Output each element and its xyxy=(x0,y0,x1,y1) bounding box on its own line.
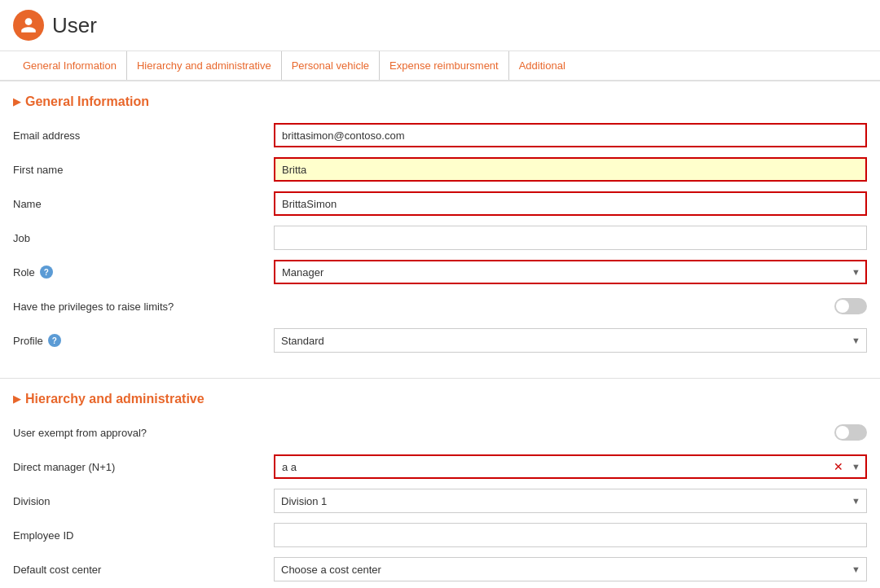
row-email: Email address xyxy=(13,122,867,148)
label-profile: Profile ? xyxy=(13,334,274,347)
label-firstname: First name xyxy=(13,164,274,176)
manager-input-wrap: ✕ ▼ xyxy=(274,454,867,479)
label-exempt: User exempt from approval? xyxy=(13,427,274,439)
name-input[interactable] xyxy=(274,191,867,216)
employee-id-field-wrap xyxy=(274,523,867,547)
division-field-wrap: Division 1 Division 2 Division 3 ▼ xyxy=(274,489,867,513)
hierarchy-arrow-icon: ▶ xyxy=(13,393,20,405)
toggle-track xyxy=(834,298,867,314)
name-field-wrap xyxy=(274,191,867,216)
division-select[interactable]: Division 1 Division 2 Division 3 xyxy=(274,489,867,513)
manager-field-wrap: ✕ ▼ xyxy=(274,454,867,479)
job-input[interactable] xyxy=(274,226,867,250)
section-general: ▶ General Information Email address Firs… xyxy=(0,81,880,379)
privileges-toggle-wrap xyxy=(274,298,867,314)
exempt-toggle[interactable] xyxy=(834,424,867,441)
exempt-toggle-wrap xyxy=(274,424,867,441)
label-employee-id: Employee ID xyxy=(13,529,274,542)
firstname-field-wrap xyxy=(274,157,867,182)
row-manager: Direct manager (N+1) ✕ ▼ xyxy=(13,454,867,480)
profile-help-icon[interactable]: ? xyxy=(48,334,61,347)
label-division: Division xyxy=(13,495,274,507)
profile-select[interactable]: Standard Premium xyxy=(274,328,867,353)
row-cost-center: Default cost center Choose a cost center… xyxy=(13,556,867,582)
nav-tabs: General Information Hierarchy and admini… xyxy=(0,51,880,81)
manager-input[interactable] xyxy=(275,457,830,477)
tab-personal-vehicle[interactable]: Personal vehicle xyxy=(282,51,380,80)
toggle-thumb xyxy=(836,300,849,313)
email-input[interactable] xyxy=(274,123,867,147)
cost-center-select[interactable]: Choose a cost center xyxy=(274,557,867,581)
row-name: Name xyxy=(13,191,867,217)
tab-hierarchy[interactable]: Hierarchy and administrative xyxy=(127,51,282,80)
profile-field-wrap: Standard Premium ▼ xyxy=(274,328,867,353)
page-header: User xyxy=(0,0,880,51)
section-arrow-icon: ▶ xyxy=(13,96,20,108)
manager-chevron-icon: ▼ xyxy=(847,462,865,472)
section-general-title: ▶ General Information xyxy=(13,94,867,109)
row-role: Role ? Manager Employee Admin ▼ xyxy=(13,259,867,285)
role-field-wrap: Manager Employee Admin ▼ xyxy=(274,260,867,284)
row-employee-id: Employee ID xyxy=(13,522,867,548)
cost-center-select-wrap: Choose a cost center ▼ xyxy=(274,557,867,581)
section-hierarchy: ▶ Hierarchy and administrative User exem… xyxy=(0,379,880,588)
user-avatar-icon xyxy=(13,10,44,41)
page-title: User xyxy=(52,13,97,38)
manager-clear-icon[interactable]: ✕ xyxy=(830,460,847,473)
row-profile: Profile ? Standard Premium ▼ xyxy=(13,327,867,353)
label-job: Job xyxy=(13,232,274,244)
label-name: Name xyxy=(13,198,274,210)
job-field-wrap xyxy=(274,226,867,250)
label-cost-center: Default cost center xyxy=(13,564,274,576)
section-hierarchy-title: ▶ Hierarchy and administrative xyxy=(13,392,867,406)
division-select-wrap: Division 1 Division 2 Division 3 ▼ xyxy=(274,489,867,513)
employee-id-input[interactable] xyxy=(274,523,867,547)
role-help-icon[interactable]: ? xyxy=(40,265,53,279)
label-manager: Direct manager (N+1) xyxy=(13,461,274,473)
exempt-toggle-thumb xyxy=(836,426,849,439)
firstname-input[interactable] xyxy=(274,157,867,182)
main-content: ▶ General Information Email address Firs… xyxy=(0,81,880,588)
role-select[interactable]: Manager Employee Admin xyxy=(274,260,867,284)
email-field-wrap xyxy=(274,123,867,147)
privileges-toggle[interactable] xyxy=(834,298,867,314)
row-job: Job xyxy=(13,225,867,251)
tab-general[interactable]: General Information xyxy=(13,51,127,80)
tab-expense[interactable]: Expense reimbursment xyxy=(380,51,509,80)
exempt-toggle-track xyxy=(834,424,867,441)
row-division: Division Division 1 Division 2 Division … xyxy=(13,488,867,514)
tab-additional[interactable]: Additional xyxy=(509,51,575,80)
role-select-wrap: Manager Employee Admin ▼ xyxy=(274,260,867,284)
row-firstname: First name xyxy=(13,156,867,182)
label-privileges: Have the privileges to raise limits? xyxy=(13,301,274,313)
label-role: Role ? xyxy=(13,265,274,279)
profile-select-wrap: Standard Premium ▼ xyxy=(274,328,867,353)
label-email: Email address xyxy=(13,129,274,142)
row-privileges: Have the privileges to raise limits? xyxy=(13,293,867,319)
row-exempt: User exempt from approval? xyxy=(13,419,867,445)
cost-center-field-wrap: Choose a cost center ▼ xyxy=(274,557,867,581)
